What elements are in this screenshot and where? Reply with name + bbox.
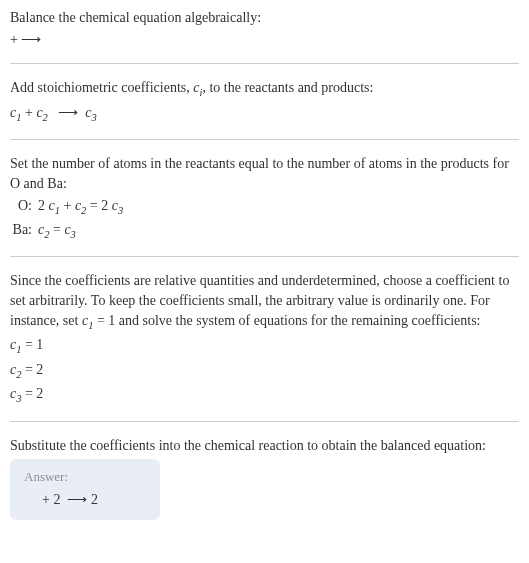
intro-reactants-gap: + [10,32,21,47]
c2-sub: 2 [43,111,48,122]
c3-sub: 3 [71,229,76,240]
divider [10,256,519,257]
arrow-icon: ⟶ [67,492,87,507]
answer-2: 2 [91,492,98,507]
equation-row-oxygen: O: 2 c1 + c2 = 2 c3 [10,195,519,219]
answer-equation: + 2 ⟶ 2 [24,491,146,508]
plus-text: + [25,105,36,120]
answer-plus-2: + 2 [42,492,64,507]
divider [10,63,519,64]
section-substitute: Substitute the coefficients into the che… [10,436,519,456]
equals-text: = [49,222,64,237]
text-suffix: = 1 and solve the system of equations fo… [93,313,480,328]
coef-2: 2 [38,198,49,213]
atom-balance-text: Set the number of atoms in the reactants… [10,154,519,193]
c3-sub: 3 [92,111,97,122]
equation-oxygen: 2 c1 + c2 = 2 c3 [38,195,123,219]
equation-row-barium: Ba: c2 = c3 [10,219,519,243]
solve-text: Since the coefficients are relative quan… [10,271,519,333]
substitute-text: Substitute the coefficients into the che… [10,436,519,456]
section-atom-balance: Set the number of atoms in the reactants… [10,154,519,242]
answer-title: Answer: [24,469,146,485]
divider [10,139,519,140]
c-val: = 2 [21,386,43,401]
equation-barium: c2 = c3 [38,219,76,243]
intro-reaction: + ⟶ [10,30,519,50]
divider [10,421,519,422]
c-val: = 1 [21,337,43,352]
c3-sub: 3 [118,205,123,216]
section-intro: Balance the chemical equation algebraica… [10,8,519,49]
coeff-equation: c1 + c2 ⟶ c3 [10,103,519,125]
arrow-icon: ⟶ [58,105,78,120]
plus-text: + [60,198,75,213]
intro-line-1: Balance the chemical equation algebraica… [10,8,519,28]
text-prefix: Add stoichiometric coefficients, [10,80,193,95]
c1-sub: 1 [16,111,21,122]
text-suffix: , to the reactants and products: [202,80,373,95]
solution-c1: c1 = 1 [10,335,519,357]
section-add-coeffs: Add stoichiometric coefficients, ci, to … [10,78,519,125]
equals-text: = 2 [86,198,111,213]
element-label-oxygen: O: [10,195,38,216]
arrow-icon: ⟶ [21,32,41,47]
solution-c2: c2 = 2 [10,360,519,382]
section-solve: Since the coefficients are relative quan… [10,271,519,406]
answer-box: Answer: + 2 ⟶ 2 [10,459,160,520]
solution-c3: c3 = 2 [10,384,519,406]
element-label-barium: Ba: [10,219,38,240]
c-val: = 2 [21,362,43,377]
add-coeffs-text: Add stoichiometric coefficients, ci, to … [10,78,519,100]
